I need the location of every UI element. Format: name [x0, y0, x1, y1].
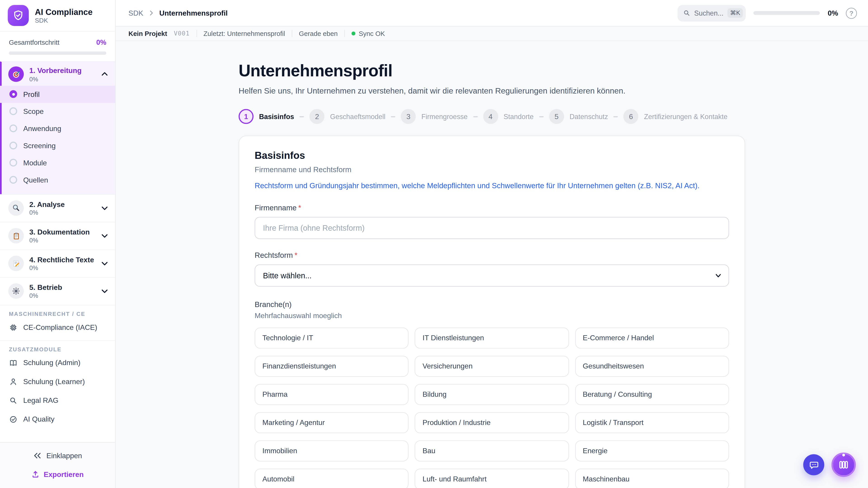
sidebar-item-scope[interactable]: Scope	[0, 103, 115, 120]
chat-button[interactable]	[803, 454, 824, 475]
app-subtitle: SDK	[35, 17, 92, 24]
section-title: 1. Vorbereitung	[29, 66, 95, 75]
header-progress-bar	[754, 11, 820, 15]
industry-button[interactable]: Bau	[415, 440, 569, 461]
double-chevron-left-icon	[33, 452, 41, 459]
sidebar-item-profil[interactable]: Profil	[0, 86, 115, 103]
required-asterisk: *	[298, 203, 301, 212]
section-percent: 0%	[29, 76, 95, 82]
search-input[interactable]: Suchen... ⌘K	[678, 5, 746, 21]
radio-empty-icon	[9, 107, 17, 115]
project-name: Kein Projekt	[128, 30, 167, 37]
app-window: AI Compliance SDK Gesamtfortschritt 0% 1…	[0, 0, 868, 488]
industry-button[interactable]: Luft- und Raumfahrt	[415, 468, 569, 488]
industry-button[interactable]: Marketing / Agentur	[255, 412, 409, 433]
chip-icon	[9, 323, 18, 332]
section-rechtliche-texte[interactable]: 4. Rechtliche Texte 0%	[0, 249, 115, 277]
step-standorte[interactable]: 4 Standorte	[483, 109, 533, 124]
firmenname-label: Firmenname*	[255, 203, 729, 212]
sidebar-item-quellen[interactable]: Quellen	[0, 171, 115, 188]
card-subheading: Firmenname und Rechtsform	[255, 165, 729, 174]
breadcrumb-current: Unternehmensprofil	[159, 9, 228, 17]
section-vorbereitung-header[interactable]: 1. Vorbereitung 0%	[8, 66, 108, 82]
last-saved-time: Gerade eben	[299, 30, 338, 37]
board-button[interactable]	[831, 453, 856, 477]
step-separator	[391, 116, 396, 117]
kbd-shortcut: ⌘K	[727, 8, 743, 18]
sync-ok-dot-icon	[351, 32, 355, 35]
breadcrumb-root[interactable]: SDK	[128, 9, 143, 17]
extras-group-header: ZUSATZMODULE	[9, 346, 106, 352]
sidebar-item-ce-compliance[interactable]: CE-Compliance (IACE)	[9, 319, 106, 335]
industry-button[interactable]: Technologie / IT	[255, 328, 409, 349]
collapse-sidebar-button[interactable]: Einklappen	[0, 448, 115, 463]
step-geschaeftsmodell[interactable]: 2 Geschaeftsmodell	[310, 109, 385, 124]
industry-button[interactable]: E-Commerce / Handel	[575, 328, 729, 349]
machine-group-header: MASCHINENRECHT / CE	[9, 311, 106, 317]
branche-hint: Mehrfachauswahl moeglich	[255, 312, 729, 320]
extras-group: ZUSATZMODULE Schulung (Admin) Schulung (…	[0, 340, 115, 432]
sidebar-item-anwendung[interactable]: Anwendung	[0, 120, 115, 137]
last-visited: Zuletzt: Unternehmensprofil	[204, 30, 285, 37]
radio-empty-icon	[9, 142, 17, 149]
industry-button[interactable]: Bildung	[415, 384, 569, 405]
industry-button[interactable]: Finanzdienstleistungen	[255, 356, 409, 377]
sidebar-item-screening[interactable]: Screening	[0, 137, 115, 154]
section-analyse[interactable]: 2. Analyse 0%	[0, 194, 115, 222]
sidebar-item-ai-quality[interactable]: AI Quality	[9, 411, 106, 427]
chevron-down-icon	[101, 287, 108, 295]
industry-button[interactable]: Automobil	[255, 468, 409, 488]
sidebar-item-schulung-learner[interactable]: Schulung (Learner)	[9, 373, 106, 390]
step-separator	[300, 116, 304, 117]
chevron-down-icon	[101, 232, 108, 239]
sync-status: Sync OK	[351, 30, 385, 37]
industry-button[interactable]: Immobilien	[255, 440, 409, 461]
overall-progress: Gesamtfortschritt 0%	[0, 32, 115, 61]
section-betrieb[interactable]: 5. Betrieb 0%	[0, 277, 115, 304]
page-title: Unternehmensprofil	[239, 61, 745, 80]
top-header: SDK Unternehmensprofil Suchen... ⌘K 0% ?	[116, 0, 868, 27]
industry-button[interactable]: Logistik / Transport	[575, 412, 729, 433]
user-icon	[9, 377, 18, 386]
step-firmengroesse[interactable]: 3 Firmengroesse	[401, 109, 468, 124]
divider	[291, 30, 292, 37]
industry-button[interactable]: IT Dienstleistungen	[415, 328, 569, 349]
app-title: AI Compliance	[35, 7, 92, 17]
chevron-down-icon	[715, 272, 722, 279]
export-button[interactable]: Exportieren	[0, 467, 115, 482]
breadcrumb: SDK Unternehmensprofil	[128, 9, 228, 17]
industry-button[interactable]: Versicherungen	[415, 356, 569, 377]
firmenname-input[interactable]	[255, 217, 729, 239]
book-icon	[9, 358, 18, 367]
industry-button[interactable]: Produktion / Industrie	[415, 412, 569, 433]
breadcrumb-chevron-icon	[148, 10, 154, 16]
industry-button[interactable]: Beratung / Consulting	[575, 384, 729, 405]
industry-button[interactable]: Gesundheitswesen	[575, 356, 729, 377]
sidebar-item-legal-rag[interactable]: Legal RAG	[9, 392, 106, 409]
vorbereitung-subnav: Profil Scope Anwendung Screening Module	[8, 82, 108, 190]
kanban-columns-icon	[838, 459, 849, 470]
rechtsform-select[interactable]: Bitte wählen...	[255, 264, 729, 287]
help-button[interactable]: ?	[846, 7, 857, 19]
industry-button[interactable]: Pharma	[255, 384, 409, 405]
sidebar-item-schulung-admin[interactable]: Schulung (Admin)	[9, 355, 106, 371]
search-placeholder: Suchen...	[694, 9, 723, 17]
industry-button[interactable]: Energie	[575, 440, 729, 461]
step-datenschutz[interactable]: 5 Datenschutz	[549, 109, 608, 124]
overall-progress-value: 0%	[96, 39, 106, 46]
radio-empty-icon	[9, 176, 17, 184]
section-dokumentation[interactable]: 3. Dokumentation 0%	[0, 222, 115, 249]
branche-label: Branche(n)	[255, 300, 729, 309]
gear-icon	[8, 283, 24, 299]
step-separator	[473, 116, 477, 117]
page-content: Unternehmensprofil Helfen Sie uns, Ihr U…	[116, 41, 868, 488]
step-zertifizierungen[interactable]: 6 Zertifizierungen & Kontakte	[623, 109, 727, 124]
shield-check-icon	[8, 5, 29, 26]
industry-button[interactable]: Maschinenbau	[575, 468, 729, 488]
machine-group: MASCHINENRECHT / CE CE-Compliance (IACE)	[0, 304, 115, 340]
sidebar-item-module[interactable]: Module	[0, 154, 115, 171]
step-basisinfos[interactable]: 1 Basisinfos	[239, 109, 294, 124]
radio-selected-icon	[9, 90, 17, 98]
radio-empty-icon	[9, 159, 17, 166]
search-icon	[9, 396, 18, 404]
